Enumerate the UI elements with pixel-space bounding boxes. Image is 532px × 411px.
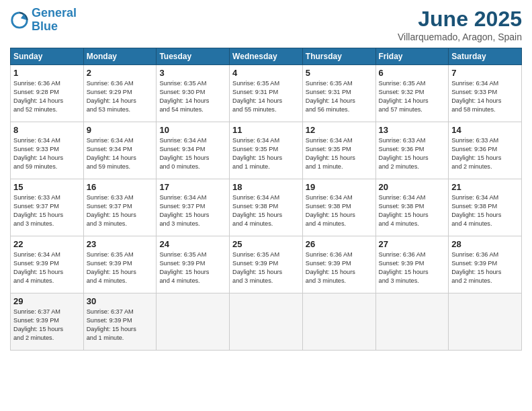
day-number: 22 (13, 239, 81, 249)
calendar-col-header: Friday (375, 48, 449, 65)
logo-line1: General (32, 6, 77, 19)
calendar-cell: 18Sunrise: 6:34 AM Sunset: 9:38 PM Dayli… (230, 179, 303, 236)
calendar-cell: 28Sunrise: 6:36 AM Sunset: 9:39 PM Dayli… (449, 236, 522, 293)
day-info: Sunrise: 6:36 AM Sunset: 9:39 PM Dayligh… (451, 250, 519, 285)
day-info: Sunrise: 6:35 AM Sunset: 9:31 PM Dayligh… (232, 79, 300, 114)
day-number: 19 (306, 182, 373, 192)
day-info: Sunrise: 6:36 AM Sunset: 9:28 PM Dayligh… (13, 79, 81, 114)
day-number: 3 (159, 68, 226, 78)
day-info: Sunrise: 6:33 AM Sunset: 9:36 PM Dayligh… (451, 136, 519, 171)
logo-line2: Blue (32, 19, 58, 33)
day-number: 28 (451, 239, 519, 249)
day-number: 10 (159, 125, 226, 135)
logo: General Blue (10, 7, 77, 34)
main-title: June 2025 (398, 7, 522, 32)
page: General Blue June 2025 Villarquemado, Ar… (0, 0, 532, 411)
day-number: 17 (159, 182, 226, 192)
calendar-cell (302, 293, 375, 351)
calendar-col-header: Tuesday (157, 48, 230, 65)
day-info: Sunrise: 6:34 AM Sunset: 9:34 PM Dayligh… (87, 136, 154, 171)
day-info: Sunrise: 6:35 AM Sunset: 9:30 PM Dayligh… (159, 79, 226, 114)
calendar-cell: 20Sunrise: 6:34 AM Sunset: 9:38 PM Dayli… (375, 179, 449, 236)
calendar-cell: 23Sunrise: 6:35 AM Sunset: 9:39 PM Dayli… (83, 236, 157, 293)
calendar-cell: 17Sunrise: 6:34 AM Sunset: 9:37 PM Dayli… (157, 179, 230, 236)
day-number: 26 (306, 239, 373, 249)
day-info: Sunrise: 6:33 AM Sunset: 9:37 PM Dayligh… (13, 193, 81, 228)
day-number: 12 (306, 125, 373, 135)
calendar-cell: 3Sunrise: 6:35 AM Sunset: 9:30 PM Daylig… (157, 65, 230, 122)
day-info: Sunrise: 6:33 AM Sunset: 9:36 PM Dayligh… (379, 136, 446, 171)
calendar-cell (375, 293, 449, 351)
calendar-cell: 29Sunrise: 6:37 AM Sunset: 9:39 PM Dayli… (11, 293, 84, 351)
day-info: Sunrise: 6:34 AM Sunset: 9:39 PM Dayligh… (13, 250, 81, 285)
day-info: Sunrise: 6:34 AM Sunset: 9:38 PM Dayligh… (379, 193, 446, 228)
calendar-cell: 19Sunrise: 6:34 AM Sunset: 9:38 PM Dayli… (302, 179, 375, 236)
day-info: Sunrise: 6:34 AM Sunset: 9:38 PM Dayligh… (306, 193, 373, 228)
day-info: Sunrise: 6:36 AM Sunset: 9:39 PM Dayligh… (379, 250, 446, 285)
calendar-cell: 27Sunrise: 6:36 AM Sunset: 9:39 PM Dayli… (375, 236, 449, 293)
calendar-cell: 25Sunrise: 6:35 AM Sunset: 9:39 PM Dayli… (230, 236, 303, 293)
day-number: 2 (87, 68, 154, 78)
calendar-cell: 10Sunrise: 6:34 AM Sunset: 9:34 PM Dayli… (157, 122, 230, 179)
day-info: Sunrise: 6:35 AM Sunset: 9:32 PM Dayligh… (379, 79, 446, 114)
calendar-week-row: 29Sunrise: 6:37 AM Sunset: 9:39 PM Dayli… (11, 293, 522, 351)
day-number: 15 (13, 182, 81, 192)
day-info: Sunrise: 6:37 AM Sunset: 9:39 PM Dayligh… (87, 308, 154, 342)
day-number: 16 (87, 182, 154, 192)
header: General Blue June 2025 Villarquemado, Ar… (10, 7, 522, 42)
day-number: 1 (13, 68, 81, 78)
calendar-cell: 9Sunrise: 6:34 AM Sunset: 9:34 PM Daylig… (83, 122, 157, 179)
calendar-week-row: 15Sunrise: 6:33 AM Sunset: 9:37 PM Dayli… (11, 179, 522, 236)
calendar-cell: 4Sunrise: 6:35 AM Sunset: 9:31 PM Daylig… (230, 65, 303, 122)
calendar-cell: 30Sunrise: 6:37 AM Sunset: 9:39 PM Dayli… (83, 293, 157, 351)
day-info: Sunrise: 6:37 AM Sunset: 9:39 PM Dayligh… (13, 308, 81, 342)
logo-text: General Blue (32, 7, 77, 34)
day-info: Sunrise: 6:35 AM Sunset: 9:39 PM Dayligh… (232, 250, 300, 285)
calendar-col-header: Monday (83, 48, 157, 65)
day-info: Sunrise: 6:34 AM Sunset: 9:34 PM Dayligh… (159, 136, 226, 171)
calendar-col-header: Saturday (449, 48, 522, 65)
day-info: Sunrise: 6:34 AM Sunset: 9:33 PM Dayligh… (13, 136, 81, 171)
calendar-cell: 16Sunrise: 6:33 AM Sunset: 9:37 PM Dayli… (83, 179, 157, 236)
day-number: 5 (306, 68, 373, 78)
calendar-cell: 11Sunrise: 6:34 AM Sunset: 9:35 PM Dayli… (230, 122, 303, 179)
day-number: 9 (87, 125, 154, 135)
calendar-table: SundayMondayTuesdayWednesdayThursdayFrid… (10, 48, 522, 351)
calendar-cell: 13Sunrise: 6:33 AM Sunset: 9:36 PM Dayli… (375, 122, 449, 179)
day-number: 6 (379, 68, 446, 78)
day-info: Sunrise: 6:34 AM Sunset: 9:38 PM Dayligh… (451, 193, 519, 228)
day-number: 23 (87, 239, 154, 249)
day-info: Sunrise: 6:36 AM Sunset: 9:29 PM Dayligh… (87, 79, 154, 114)
calendar-cell: 14Sunrise: 6:33 AM Sunset: 9:36 PM Dayli… (449, 122, 522, 179)
calendar-cell (230, 293, 303, 351)
calendar-header-row: SundayMondayTuesdayWednesdayThursdayFrid… (11, 48, 522, 65)
calendar-cell: 12Sunrise: 6:34 AM Sunset: 9:35 PM Dayli… (302, 122, 375, 179)
subtitle: Villarquemado, Aragon, Spain (398, 32, 522, 42)
day-info: Sunrise: 6:35 AM Sunset: 9:31 PM Dayligh… (306, 79, 373, 114)
day-info: Sunrise: 6:34 AM Sunset: 9:33 PM Dayligh… (451, 79, 519, 114)
calendar-cell: 24Sunrise: 6:35 AM Sunset: 9:39 PM Dayli… (157, 236, 230, 293)
calendar-cell: 5Sunrise: 6:35 AM Sunset: 9:31 PM Daylig… (302, 65, 375, 122)
calendar-week-row: 1Sunrise: 6:36 AM Sunset: 9:28 PM Daylig… (11, 65, 522, 122)
day-info: Sunrise: 6:34 AM Sunset: 9:38 PM Dayligh… (232, 193, 300, 228)
calendar-col-header: Wednesday (230, 48, 303, 65)
day-number: 4 (232, 68, 300, 78)
day-number: 30 (87, 296, 154, 306)
day-info: Sunrise: 6:35 AM Sunset: 9:39 PM Dayligh… (159, 250, 226, 285)
calendar-week-row: 22Sunrise: 6:34 AM Sunset: 9:39 PM Dayli… (11, 236, 522, 293)
day-info: Sunrise: 6:34 AM Sunset: 9:37 PM Dayligh… (159, 193, 226, 228)
calendar-col-header: Thursday (302, 48, 375, 65)
day-number: 18 (232, 182, 300, 192)
day-number: 8 (13, 125, 81, 135)
day-info: Sunrise: 6:35 AM Sunset: 9:39 PM Dayligh… (87, 250, 154, 285)
calendar-cell: 22Sunrise: 6:34 AM Sunset: 9:39 PM Dayli… (11, 236, 84, 293)
day-number: 14 (451, 125, 519, 135)
logo-icon (10, 11, 29, 30)
calendar-col-header: Sunday (11, 48, 84, 65)
day-info: Sunrise: 6:33 AM Sunset: 9:37 PM Dayligh… (87, 193, 154, 228)
day-number: 24 (159, 239, 226, 249)
calendar-cell (157, 293, 230, 351)
calendar-cell: 7Sunrise: 6:34 AM Sunset: 9:33 PM Daylig… (449, 65, 522, 122)
calendar-cell: 26Sunrise: 6:36 AM Sunset: 9:39 PM Dayli… (302, 236, 375, 293)
day-number: 11 (232, 125, 300, 135)
